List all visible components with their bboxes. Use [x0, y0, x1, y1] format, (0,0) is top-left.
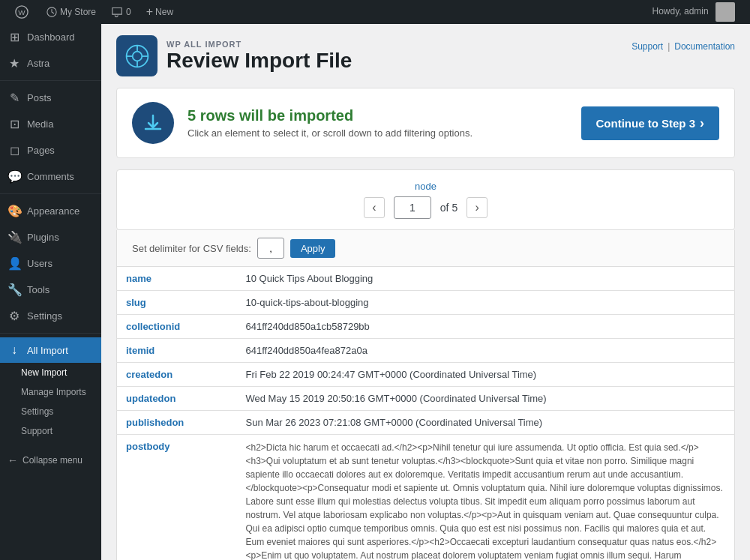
- sidebar-item-astra[interactable]: ★ Astra: [0, 50, 101, 76]
- sidebar-item-tools[interactable]: 🔧 Tools: [0, 277, 101, 303]
- data-table: name10 Quick Tips About Bloggingslug10-q…: [116, 267, 735, 560]
- info-banner: 5 rows will be imported Click an element…: [116, 88, 735, 158]
- import-icon-circle: [132, 102, 174, 144]
- table-row: name10 Quick Tips About Blogging: [117, 267, 735, 291]
- table-row: updatedonWed May 15 2019 20:50:16 GMT+00…: [117, 387, 735, 411]
- table-cell-value: <h2>Dicta hic harum et occaecati ad.</h2…: [237, 435, 735, 561]
- table-cell-value: 10 Quick Tips About Blogging: [237, 267, 735, 291]
- table-cell-key[interactable]: publishedon: [117, 411, 237, 435]
- documentation-link[interactable]: Documentation: [674, 41, 735, 52]
- adminbar-howdy: Howdy, admin: [645, 2, 742, 22]
- plugin-title: Review Import File: [166, 49, 352, 73]
- sidebar-item-dashboard[interactable]: ⊞ Dashboard: [0, 24, 101, 50]
- settings-icon: ⚙: [8, 309, 21, 323]
- adminbar-comments[interactable]: 0: [104, 0, 139, 24]
- svg-point-3: [132, 51, 142, 61]
- table-row: postbody<h2>Dicta hic harum et occaecati…: [117, 435, 735, 561]
- sidebar-item-pages[interactable]: ◻ Pages: [0, 137, 101, 163]
- table-cell-key[interactable]: name: [117, 267, 237, 291]
- node-input[interactable]: [394, 196, 431, 219]
- submenu-manage-imports[interactable]: Manage Imports: [0, 382, 101, 402]
- sidebar: ⊞ Dashboard ★ Astra ✎ Posts ⊡ Media ◻ Pa…: [0, 24, 101, 560]
- plugins-icon: 🔌: [8, 230, 21, 244]
- banner-subtitle: Click an element to select it, or scroll…: [188, 127, 568, 139]
- svg-text:W: W: [18, 8, 26, 16]
- table-cell-value: Sun Mar 26 2023 07:21:08 GMT+0000 (Coord…: [237, 411, 735, 435]
- table-cell-key[interactable]: itemid: [117, 339, 237, 363]
- prev-node-button[interactable]: ‹: [364, 197, 385, 218]
- sidebar-item-comments[interactable]: 💬 Comments: [0, 163, 101, 190]
- comments-icon: 💬: [8, 169, 21, 184]
- plugin-header: WP ALL IMPORT Review Import File Support…: [116, 35, 735, 76]
- sidebar-item-settings[interactable]: ⚙ Settings: [0, 303, 101, 329]
- plugin-links: Support | Documentation: [632, 35, 735, 52]
- table-cell-value: 641ff240dd850a1cb58729bb: [237, 315, 735, 339]
- support-link[interactable]: Support: [632, 41, 663, 52]
- continue-arrow-icon: ›: [700, 115, 704, 131]
- table-row: collectionid641ff240dd850a1cb58729bb: [117, 315, 735, 339]
- node-label: node: [132, 181, 719, 192]
- sidebar-item-posts[interactable]: ✎ Posts: [0, 85, 101, 111]
- submenu-new-import[interactable]: New Import: [0, 363, 101, 382]
- posts-icon: ✎: [8, 91, 21, 105]
- delimiter-input[interactable]: [257, 238, 284, 259]
- plugin-logo: [116, 35, 158, 76]
- adminbar-wp-logo[interactable]: W: [8, 0, 39, 24]
- sidebar-item-media[interactable]: ⊡ Media: [0, 111, 101, 137]
- continue-button[interactable]: Continue to Step 3 ›: [581, 106, 720, 140]
- table-cell-value: 641ff240dd850a4fea872a0a: [237, 339, 735, 363]
- delimiter-row: Set delimiter for CSV fields: Apply: [116, 230, 735, 267]
- prev-arrow-icon: ‹: [372, 201, 376, 214]
- table-cell-key[interactable]: updatedon: [117, 387, 237, 411]
- banner-title: 5 rows will be imported: [188, 107, 568, 124]
- sidebar-item-users[interactable]: 👤 Users: [0, 250, 101, 277]
- plugin-subtitle: WP ALL IMPORT: [166, 40, 352, 49]
- delimiter-label: Set delimiter for CSV fields:: [132, 243, 251, 254]
- table-row: publishedonSun Mar 26 2023 07:21:08 GMT+…: [117, 411, 735, 435]
- next-arrow-icon: ›: [476, 201, 479, 214]
- admin-bar: W My Store 0 + New Howdy, admin: [0, 0, 750, 24]
- astra-icon: ★: [8, 56, 21, 70]
- submenu-support[interactable]: Support: [0, 421, 101, 441]
- sidebar-item-appearance[interactable]: 🎨 Appearance: [0, 198, 101, 224]
- dashboard-icon: ⊞: [8, 30, 21, 44]
- pages-icon: ◻: [8, 143, 21, 157]
- adminbar-site-name[interactable]: My Store: [39, 0, 104, 24]
- appearance-icon: 🎨: [8, 204, 21, 218]
- table-cell-key[interactable]: collectionid: [117, 315, 237, 339]
- sidebar-item-all-import[interactable]: ↓ All Import: [0, 337, 101, 363]
- table-cell-key[interactable]: slug: [117, 291, 237, 315]
- sidebar-item-plugins[interactable]: 🔌 Plugins: [0, 224, 101, 250]
- adminbar-new[interactable]: + New: [139, 0, 181, 24]
- table-row: slug10-quick-tips-about-blogging: [117, 291, 735, 315]
- table-cell-value: 10-quick-tips-about-blogging: [237, 291, 735, 315]
- main-content: WP ALL IMPORT Review Import File Support…: [101, 24, 750, 560]
- table-cell-key[interactable]: createdon: [117, 363, 237, 387]
- node-total: of 5: [440, 202, 458, 214]
- media-icon: ⊡: [8, 117, 21, 131]
- apply-button[interactable]: Apply: [290, 239, 336, 258]
- table-cell-value: Wed May 15 2019 20:50:16 GMT+0000 (Coord…: [237, 387, 735, 411]
- table-cell-value: Fri Feb 22 2019 00:24:47 GMT+0000 (Coord…: [237, 363, 735, 387]
- collapse-icon: ←: [8, 454, 18, 466]
- users-icon: 👤: [8, 256, 21, 271]
- table-cell-key[interactable]: postbody: [117, 435, 237, 561]
- tools-icon: 🔧: [8, 283, 21, 297]
- submenu-settings[interactable]: Settings: [0, 402, 101, 421]
- node-section: node ‹ of 5 ›: [116, 169, 735, 230]
- table-row: itemid641ff240dd850a4fea872a0a: [117, 339, 735, 363]
- all-import-icon: ↓: [8, 343, 21, 357]
- table-row: createdonFri Feb 22 2019 00:24:47 GMT+00…: [117, 363, 735, 387]
- next-node-button[interactable]: ›: [466, 197, 488, 218]
- collapse-menu-button[interactable]: ← Collapse menu: [0, 448, 101, 472]
